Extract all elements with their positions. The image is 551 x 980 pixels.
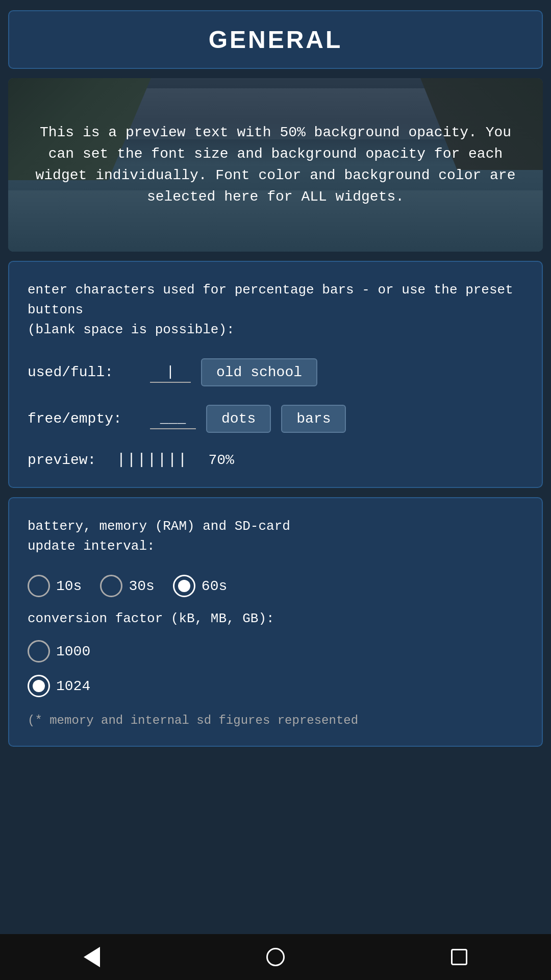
free-empty-label: free/empty: xyxy=(28,411,140,427)
used-full-row: used/full: old school xyxy=(28,358,523,386)
radio-30s-label: 30s xyxy=(129,578,154,594)
radio-1000[interactable]: 1000 xyxy=(28,640,90,663)
radio-10s-label: 10s xyxy=(56,578,82,594)
radio-1024-inner xyxy=(33,680,45,692)
radio-10s[interactable]: 10s xyxy=(28,575,82,597)
nav-bar xyxy=(0,934,551,980)
radio-1000-label: 1000 xyxy=(56,644,90,659)
update-interval-radio-group: 10s 30s 60s xyxy=(28,575,523,597)
conversion-radio-group: 1000 1024 xyxy=(28,640,523,697)
radio-30s-button[interactable] xyxy=(100,575,122,597)
recents-icon xyxy=(451,949,467,965)
update-interval-description: battery, memory (RAM) and SD-card update… xyxy=(28,517,523,556)
preview-label: preview: xyxy=(28,452,96,468)
home-icon xyxy=(266,948,285,966)
used-full-label: used/full: xyxy=(28,364,140,380)
percentage-bars-section: enter characters used for percentage bar… xyxy=(8,261,543,488)
radio-1024[interactable]: 1024 xyxy=(28,675,90,697)
conversion-factor-heading: conversion factor (kB, MB, GB): xyxy=(28,609,523,628)
preview-percent: 70% xyxy=(208,452,234,468)
radio-1024-button[interactable] xyxy=(28,675,50,697)
page-title: GENERAL xyxy=(19,26,532,54)
back-button[interactable] xyxy=(71,937,112,977)
radio-60s[interactable]: 60s xyxy=(173,575,227,597)
dots-button[interactable]: dots xyxy=(206,405,271,433)
header-card: GENERAL xyxy=(8,10,543,69)
radio-10s-button[interactable] xyxy=(28,575,50,597)
free-empty-row: free/empty: dots bars xyxy=(28,405,523,433)
percentage-bars-description: enter characters used for percentage bar… xyxy=(28,280,523,340)
old-school-button[interactable]: old school xyxy=(201,358,317,386)
preview-image-card: This is a preview text with 50% backgrou… xyxy=(8,78,543,252)
preview-description-text: This is a preview text with 50% backgrou… xyxy=(23,122,528,208)
radio-60s-button[interactable] xyxy=(173,575,195,597)
recents-button[interactable] xyxy=(439,937,480,977)
radio-60s-inner xyxy=(178,580,190,592)
free-empty-input[interactable] xyxy=(150,408,196,429)
radio-1000-button[interactable] xyxy=(28,640,50,663)
radio-1024-label: 1024 xyxy=(56,678,90,694)
radio-30s[interactable]: 30s xyxy=(100,575,154,597)
radio-60s-label: 60s xyxy=(202,578,227,594)
update-interval-section: battery, memory (RAM) and SD-card update… xyxy=(8,497,543,747)
used-full-input[interactable] xyxy=(150,362,191,383)
preview-text-overlay: This is a preview text with 50% backgrou… xyxy=(8,78,543,252)
bars-button[interactable]: bars xyxy=(281,405,346,433)
preview-bars: ||||||| xyxy=(116,451,188,469)
home-button[interactable] xyxy=(255,937,296,977)
truncated-note: (* memory and internal sd figures repres… xyxy=(28,714,523,727)
preview-row: preview: ||||||| 70% xyxy=(28,451,523,469)
back-icon xyxy=(84,947,100,967)
